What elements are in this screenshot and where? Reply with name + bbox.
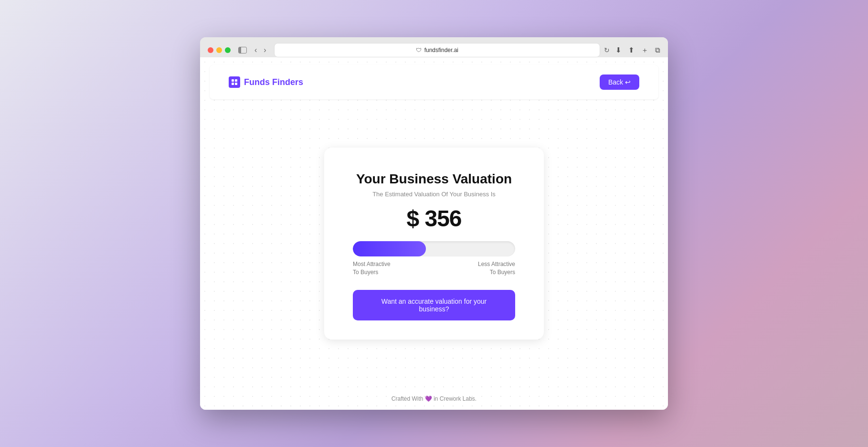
new-tab-icon[interactable]: ＋ xyxy=(641,46,648,55)
close-button[interactable] xyxy=(208,47,213,53)
maximize-button[interactable] xyxy=(225,47,231,53)
app-header: Funds Finders Back ↩ xyxy=(210,65,658,99)
url-text: fundsfinder.ai xyxy=(424,47,458,53)
traffic-lights xyxy=(208,47,231,53)
browser-controls-row: ‹ › 🛡 fundsfinder.ai ↻ ⬇ ⬆ ＋ ⧉ xyxy=(208,43,660,57)
cta-button[interactable]: Want an accurate valuation for your busi… xyxy=(353,290,515,320)
browser-window: ‹ › 🛡 fundsfinder.ai ↻ ⬇ ⬆ ＋ ⧉ xyxy=(200,37,668,410)
browser-chrome: ‹ › 🛡 fundsfinder.ai ↻ ⬇ ⬆ ＋ ⧉ xyxy=(200,37,668,57)
card-subtitle: The Estimated Valuation Of Your Business… xyxy=(372,191,496,198)
refresh-icon[interactable]: ↻ xyxy=(604,46,610,54)
progress-bar-track xyxy=(353,241,515,256)
svg-rect-3 xyxy=(235,83,237,85)
label-less-attractive: Less Attractive To Buyers xyxy=(478,260,515,277)
valuation-amount: $ 356 xyxy=(406,205,461,232)
download-icon[interactable]: ⬇ xyxy=(615,46,622,54)
footer-heart-icon: 💜 xyxy=(425,395,432,402)
nav-buttons: ‹ › xyxy=(253,45,268,55)
share-icon[interactable]: ⬆ xyxy=(628,46,635,54)
forward-nav-button[interactable]: › xyxy=(262,45,268,55)
page-content: Funds Finders Back ↩ Your Business Valua… xyxy=(200,57,668,410)
logo-area: Funds Finders xyxy=(229,76,303,88)
progress-labels: Most Attractive To Buyers Less Attractiv… xyxy=(353,260,515,277)
tab-overview-icon[interactable]: ⧉ xyxy=(655,46,660,54)
security-icon: 🛡 xyxy=(416,47,422,53)
card-title: Your Business Valuation xyxy=(356,171,512,187)
logo-icon xyxy=(229,76,240,88)
main-area: Your Business Valuation The Estimated Va… xyxy=(200,99,668,388)
address-bar[interactable]: 🛡 fundsfinder.ai xyxy=(274,43,600,57)
footer-text: Crafted With 💜 in Crework Labs. xyxy=(392,395,476,402)
valuation-card: Your Business Valuation The Estimated Va… xyxy=(324,148,544,340)
browser-actions: ⬇ ⬆ ＋ ⧉ xyxy=(615,46,660,55)
progress-bar-fill xyxy=(353,241,426,256)
minimize-button[interactable] xyxy=(216,47,222,53)
back-nav-button[interactable]: ‹ xyxy=(253,45,259,55)
svg-rect-1 xyxy=(235,79,237,82)
svg-rect-0 xyxy=(232,79,234,82)
label-most-attractive: Most Attractive To Buyers xyxy=(353,260,391,277)
svg-rect-2 xyxy=(232,83,234,85)
back-button[interactable]: Back ↩ xyxy=(600,74,639,90)
sidebar-toggle-icon[interactable] xyxy=(238,47,247,53)
logo-text: Funds Finders xyxy=(244,77,303,87)
progress-container: Most Attractive To Buyers Less Attractiv… xyxy=(353,241,515,277)
page-footer: Crafted With 💜 in Crework Labs. xyxy=(200,388,668,410)
